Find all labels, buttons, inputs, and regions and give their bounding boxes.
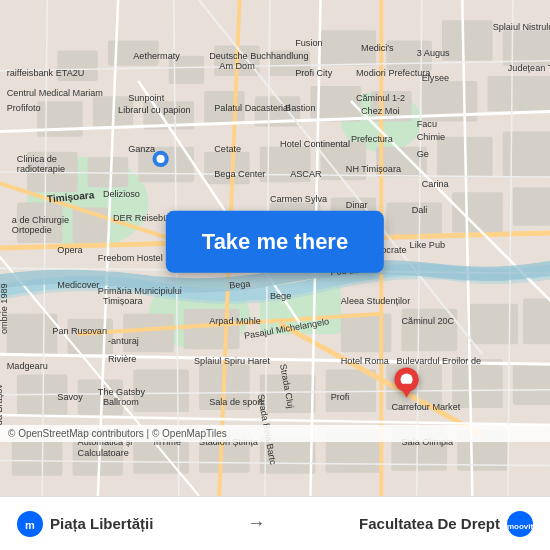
svg-text:Freebom Hostel: Freebom Hostel [98,253,163,263]
app: Timișoara Clinica de radioterapie a de C… [0,0,550,550]
svg-text:Clinica de: Clinica de [17,154,57,164]
map-container: Timișoara Clinica de radioterapie a de C… [0,0,550,496]
svg-text:3 Augus: 3 Augus [417,48,450,58]
svg-text:Carina: Carina [422,179,450,189]
svg-text:Librarul cu papion: Librarul cu papion [118,105,190,115]
svg-text:Sala de sport: Sala de sport [209,397,263,407]
svg-rect-55 [513,364,550,404]
svg-text:Splaiul Nistrulu: Splaiul Nistrulu [493,22,550,32]
svg-text:Carmen Sylva: Carmen Sylva [270,194,328,204]
svg-text:ombrie 1989: ombrie 1989 [0,283,9,334]
svg-text:Aleea Studenților: Aleea Studenților [341,296,410,306]
svg-text:Delizioso: Delizioso [103,189,140,199]
svg-text:Savoy: Savoy [57,392,83,402]
svg-text:Arpad Mühle: Arpad Mühle [209,316,261,326]
svg-text:Căminul 20C: Căminul 20C [402,316,455,326]
footer: m Piața Libertății → Facultatea De Drept… [0,496,550,550]
svg-rect-24 [88,157,128,187]
svg-text:Hotel Roma: Hotel Roma [341,356,390,366]
svg-text:Deutsche Buchhandlung: Deutsche Buchhandlung [209,51,308,61]
svg-text:Prefectura: Prefectura [351,134,394,144]
svg-text:Modiori Prefectura: Modiori Prefectura [356,68,431,78]
svg-rect-39 [7,314,58,354]
svg-text:Opera: Opera [57,245,83,255]
svg-text:Rivière: Rivière [108,354,136,364]
footer-from-label: Piața Libertății [50,515,153,532]
svg-text:Cetate: Cetate [214,144,241,154]
svg-text:Bulevardul Eroilor de: Bulevardul Eroilor de [396,356,481,366]
svg-text:Calculatoare: Calculatoare [78,448,129,458]
svg-text:Profi City: Profi City [295,68,332,78]
svg-rect-26 [204,152,250,184]
svg-text:Ortopedie: Ortopedie [12,225,52,235]
svg-text:Dali: Dali [412,205,428,215]
svg-rect-43 [341,314,392,352]
svg-text:Splaiul Spiru Haret: Splaiul Spiru Haret [194,356,270,366]
svg-text:Medicover: Medicover [57,280,99,290]
svg-rect-22 [488,76,550,111]
svg-text:Medici's: Medici's [361,43,394,53]
svg-point-175 [157,155,165,163]
svg-text:moovit: moovit [507,522,534,531]
svg-rect-41 [123,314,174,352]
svg-text:Bastion: Bastion [285,103,315,113]
copyright-bar: © OpenStreetMap contributors | © OpenMap… [0,425,550,442]
svg-text:Județean Tim: Județean Tim [508,63,550,73]
svg-text:Bega Center: Bega Center [214,169,265,179]
svg-text:Ge: Ge [417,149,429,159]
svg-text:NH Timișoara: NH Timișoara [346,164,402,174]
svg-text:Chimie: Chimie [417,132,445,142]
svg-text:Ganza: Ganza [128,144,156,154]
svg-text:Primăria Municipiului: Primăria Municipiului [98,286,182,296]
svg-rect-42 [184,309,240,349]
svg-text:Palatul Dacasterial: Palatul Dacasterial [214,103,290,113]
svg-text:Centrul Medical Mariam: Centrul Medical Mariam [7,88,103,98]
svg-text:Am Dom: Am Dom [219,61,254,71]
moovit-icon: m [16,510,44,538]
take-me-there-button[interactable]: Take me there [166,211,384,273]
svg-text:Hotel Continental: Hotel Continental [280,139,350,149]
svg-text:Profi: Profi [331,392,350,402]
svg-text:Dinar: Dinar [346,200,368,210]
svg-text:Bega: Bega [229,279,252,291]
footer-right: Facultatea De Drept moovit [359,510,534,538]
svg-text:-anturaj: -anturaj [108,336,139,346]
svg-text:ASCAR: ASCAR [290,169,322,179]
svg-text:m: m [25,519,35,531]
svg-text:Aethermaty: Aethermaty [133,51,180,61]
svg-text:raiffeisbank  ETA2U: raiffeisbank ETA2U [7,68,85,78]
svg-text:Chez Moi: Chez Moi [361,106,399,116]
svg-text:Madgearu: Madgearu [7,361,48,371]
svg-text:Profifoto: Profifoto [7,103,41,113]
svg-text:Facu: Facu [417,119,437,129]
svg-rect-31 [503,132,550,178]
moovit-logo-right: moovit [506,510,534,538]
footer-arrow: → [247,513,265,534]
svg-rect-46 [523,299,550,345]
footer-left: m Piața Libertății [16,510,153,538]
svg-text:Bege: Bege [270,291,291,301]
svg-text:Căminul 1-2: Căminul 1-2 [356,93,405,103]
svg-text:da Brașov: da Brașov [0,384,4,425]
svg-text:a de Chirurgie: a de Chirurgie [12,215,69,225]
svg-text:Timișoara: Timișoara [103,296,144,306]
svg-text:Fusion: Fusion [295,38,322,48]
svg-rect-40 [67,319,113,354]
footer-to-label: Facultatea De Drept [359,515,500,532]
svg-text:Pan Rusovan: Pan Rusovan [52,326,107,336]
svg-rect-38 [513,187,550,225]
copyright-text: © OpenStreetMap contributors | © OpenMap… [8,428,227,439]
svg-text:Like Pub: Like Pub [410,240,445,250]
svg-text:radioterapie: radioterapie [17,164,65,174]
svg-text:The Gatsby: The Gatsby [98,387,146,397]
svg-text:Elysee: Elysee [422,73,449,83]
svg-rect-54 [452,359,503,408]
svg-text:Sunpoint: Sunpoint [128,93,164,103]
svg-text:Carrefour Market: Carrefour Market [391,402,460,412]
svg-text:Ballroom: Ballroom [103,397,139,407]
